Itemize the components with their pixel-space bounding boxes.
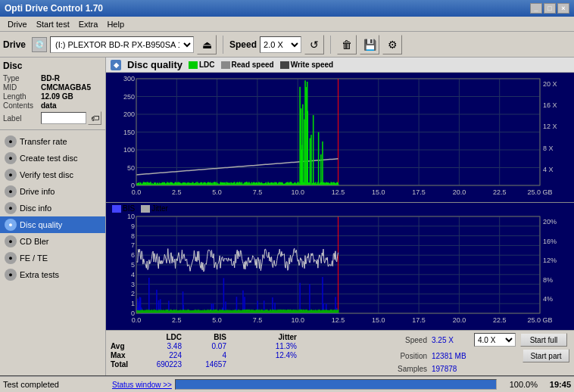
toolbar-separator bbox=[223, 36, 223, 54]
erase-button[interactable]: 🗑 bbox=[337, 35, 357, 54]
sidebar-item-label: Drive info bbox=[20, 187, 55, 196]
speed-dropdown[interactable]: 4.0 X bbox=[474, 333, 516, 347]
drive-icon: 💿 bbox=[32, 37, 47, 52]
sidebar-item-create-test-disc[interactable]: ● Create test disc bbox=[0, 150, 105, 166]
start-full-button[interactable]: Start full bbox=[520, 333, 567, 347]
sidebar-item-extra-tests[interactable]: ● Extra tests bbox=[0, 266, 105, 283]
speed-select[interactable]: 2.0 X4.0 X6.0 X bbox=[260, 36, 301, 53]
stats-col-left: LDC BIS Jitter Avg 3.48 0.07 11.3% Max 2… bbox=[111, 333, 297, 373]
legend-write: Write speed bbox=[280, 61, 334, 69]
stats-jitter-header: Jitter bbox=[255, 333, 297, 341]
sidebar-item-disc-info[interactable]: ● Disc info bbox=[0, 200, 105, 216]
legend-bottom: BIS Jitter bbox=[112, 204, 168, 213]
titlebar-controls: _ □ × bbox=[530, 3, 569, 14]
sidebar-item-verify-test-disc[interactable]: ● Verify test disc bbox=[0, 166, 105, 183]
legend-top: LDC Read speed Write speed bbox=[189, 61, 333, 69]
disc-length-value: 12.09 GB bbox=[41, 92, 73, 101]
progress-bar bbox=[176, 380, 496, 389]
sidebar-item-label: CD Bler bbox=[20, 237, 49, 246]
stats-avg-row: Avg 3.48 0.07 11.3% bbox=[111, 342, 297, 350]
stats-samples-label: Samples bbox=[385, 365, 427, 373]
stats-position-label: Position bbox=[385, 352, 427, 360]
status-text: Test completed bbox=[3, 380, 109, 389]
sidebar-item-label: Extra tests bbox=[20, 270, 59, 279]
disc-label-icon-btn[interactable]: 🏷 bbox=[88, 111, 101, 125]
menu-help[interactable]: Help bbox=[102, 18, 129, 30]
stats-position-value: 12381 MB bbox=[432, 352, 469, 360]
sidebar-item-label: Disc quality bbox=[20, 220, 62, 229]
disc-mid-value: CMCMAGBA5 bbox=[41, 83, 91, 92]
stats-max-jitter: 12.4% bbox=[255, 351, 297, 359]
stats-bar: LDC BIS Jitter Avg 3.48 0.07 11.3% Max 2… bbox=[106, 330, 574, 375]
stats-max-bis: 4 bbox=[185, 351, 226, 359]
charts-container: BIS Jitter bbox=[106, 73, 574, 330]
stats-avg-ldc: 3.48 bbox=[140, 342, 182, 350]
bottom-chart-canvas bbox=[106, 203, 574, 330]
stats-bis-header: BIS bbox=[185, 333, 226, 341]
disc-section-title: Disc bbox=[3, 61, 102, 71]
stats-speed-label: Speed bbox=[385, 336, 427, 344]
drive-info-icon: ● bbox=[5, 185, 17, 198]
menu-drive[interactable]: Drive bbox=[3, 18, 32, 30]
drive-select[interactable]: (I:) PLEXTOR BD-R PX-B950SA 1.04 bbox=[50, 36, 194, 53]
stats-total-row: Total 690223 14657 bbox=[111, 360, 297, 369]
sidebar-item-fe-te[interactable]: ● FE / TE bbox=[0, 250, 105, 266]
disc-info-icon: ● bbox=[5, 202, 17, 214]
legend-read: Read speed bbox=[221, 61, 274, 69]
disc-contents-value: data bbox=[41, 101, 57, 110]
status-window-link[interactable]: Status window >> bbox=[112, 381, 172, 389]
menu-start-test[interactable]: Start test bbox=[32, 18, 74, 30]
stats-speed-value: 3.25 X bbox=[432, 336, 469, 344]
menubar: Drive Start test Extra Help bbox=[0, 17, 574, 32]
chart-header: ◆ Disc quality LDC Read speed Write spee… bbox=[106, 58, 574, 73]
sidebar-item-transfer-rate[interactable]: ● Transfer rate bbox=[0, 133, 105, 150]
disc-label-row: Label 🏷 bbox=[3, 111, 102, 125]
legend-ldc: LDC bbox=[189, 61, 215, 69]
disc-section: Disc Type BD-R MID CMCMAGBA5 Length 12.0… bbox=[0, 58, 105, 126]
toolbar-separator-2 bbox=[330, 36, 331, 54]
sidebar-item-disc-quality[interactable]: ● Disc quality bbox=[0, 216, 105, 233]
disc-length-row: Length 12.09 GB bbox=[3, 92, 102, 101]
speed-label: Speed bbox=[229, 39, 257, 50]
settings-button[interactable]: ⚙ bbox=[382, 35, 402, 54]
stats-ldc-header: LDC bbox=[140, 333, 182, 341]
sidebar-item-label: Create test disc bbox=[20, 154, 77, 163]
cd-bler-icon: ● bbox=[5, 235, 17, 247]
disc-contents-label: Contents bbox=[3, 101, 41, 110]
legend-read-color bbox=[221, 61, 230, 69]
main-layout: Disc Type BD-R MID CMCMAGBA5 Length 12.0… bbox=[0, 58, 574, 375]
disc-mid-label: MID bbox=[3, 83, 41, 92]
sidebar-item-label: Disc info bbox=[20, 204, 51, 213]
stats-speed-row: Speed 3.25 X 4.0 X Start full bbox=[385, 333, 569, 347]
stats-max-row: Max 224 4 12.4% bbox=[111, 351, 297, 359]
disc-label-input[interactable] bbox=[41, 112, 86, 124]
start-part-button[interactable]: Start part bbox=[523, 349, 569, 362]
stats-samples-row: Samples 197878 bbox=[385, 365, 569, 373]
legend-jitter-color bbox=[141, 205, 150, 213]
stats-samples-value: 197878 bbox=[432, 365, 457, 373]
statusbar: Test completed Status window >> 100.0% 1… bbox=[0, 375, 574, 392]
eject-button[interactable]: ⏏ bbox=[197, 35, 217, 54]
stats-max-label: Max bbox=[111, 351, 137, 359]
sidebar-item-label: Transfer rate bbox=[20, 137, 67, 146]
burn-button[interactable]: 💾 bbox=[360, 35, 379, 54]
refresh-button[interactable]: ↺ bbox=[304, 35, 324, 54]
legend-bis-color bbox=[112, 205, 121, 213]
sidebar-divider-1 bbox=[0, 129, 105, 130]
progress-percent: 100.0% bbox=[500, 380, 538, 389]
create-test-disc-icon: ● bbox=[5, 152, 17, 164]
maximize-button[interactable]: □ bbox=[544, 3, 556, 14]
drive-label: Drive bbox=[3, 39, 26, 50]
minimize-button[interactable]: _ bbox=[530, 3, 542, 14]
disc-label-key: Label bbox=[3, 114, 41, 123]
legend-bis: BIS bbox=[112, 204, 135, 213]
sidebar-item-cd-bler[interactable]: ● CD Bler bbox=[0, 233, 105, 250]
disc-type-label: Type bbox=[3, 74, 41, 82]
stats-avg-label: Avg bbox=[111, 342, 137, 350]
menu-extra[interactable]: Extra bbox=[74, 18, 103, 30]
chart-title: Disc quality bbox=[127, 59, 182, 70]
close-button[interactable]: × bbox=[557, 3, 569, 14]
disc-mid-row: MID CMCMAGBA5 bbox=[3, 83, 102, 92]
sidebar-item-drive-info[interactable]: ● Drive info bbox=[0, 183, 105, 200]
disc-quality-icon: ● bbox=[5, 219, 17, 231]
